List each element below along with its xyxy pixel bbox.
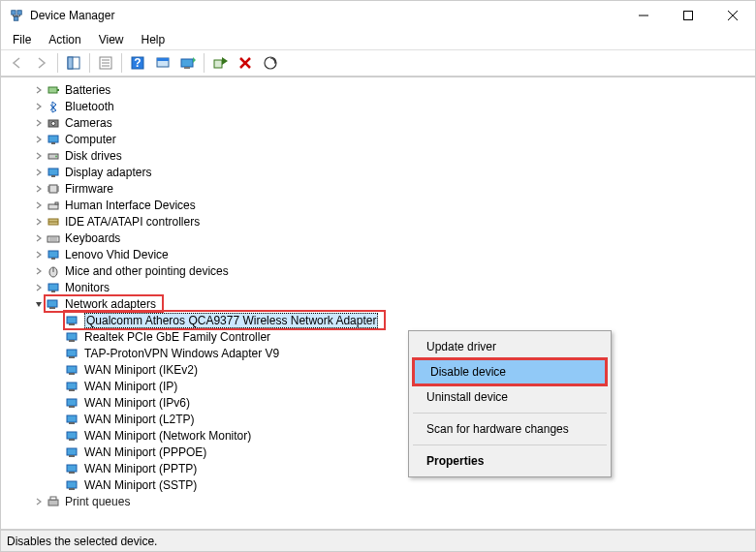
svg-rect-62	[69, 373, 75, 375]
computer-icon	[46, 247, 61, 262]
svg-rect-27	[48, 136, 58, 142]
tree-item[interactable]: Human Interface Devices	[32, 197, 755, 213]
context-menu: Update driver Disable device Uninstall d…	[408, 330, 612, 477]
svg-rect-47	[48, 251, 58, 258]
svg-rect-56	[69, 323, 75, 325]
svg-rect-66	[69, 406, 75, 408]
svg-rect-23	[48, 87, 57, 93]
tree-label: Bluetooth	[65, 100, 114, 113]
help-button[interactable]: ?	[126, 51, 149, 75]
svg-point-22	[265, 57, 276, 69]
display-icon	[46, 165, 61, 180]
chevron-right-icon[interactable]	[32, 495, 46, 508]
tree-item-network-child[interactable]: TAP-ProtonVPN Windows Adapter V9	[51, 345, 755, 361]
tree-item-network-child[interactable]: WAN Miniport (PPPOE)	[51, 444, 755, 460]
menu-help[interactable]: Help	[134, 31, 173, 48]
chevron-right-icon[interactable]	[32, 199, 46, 212]
svg-rect-71	[67, 448, 77, 455]
chevron-right-icon[interactable]	[32, 83, 46, 97]
toolbar-icon-1[interactable]	[151, 51, 174, 75]
svg-rect-40	[48, 204, 58, 209]
tree-item-network-child[interactable]: WAN Miniport (IPv6)	[51, 394, 755, 411]
context-scan-hardware[interactable]: Scan for hardware changes	[411, 417, 609, 441]
tree-label: Mice and other pointing devices	[65, 264, 229, 278]
tree-item-network-child[interactable]: WAN Miniport (PPTP)	[51, 460, 755, 476]
tree-item[interactable]: IDE ATA/ATAPI controllers	[32, 213, 755, 230]
update-driver-button[interactable]	[176, 51, 200, 75]
tree-item-network-child[interactable]: WAN Miniport (IP)	[51, 378, 755, 394]
chevron-right-icon[interactable]	[32, 281, 46, 294]
context-uninstall-device[interactable]: Uninstall device	[411, 385, 609, 409]
tree-label: WAN Miniport (PPPOE)	[84, 445, 206, 459]
chevron-right-icon[interactable]	[32, 100, 46, 113]
svg-rect-64	[69, 389, 75, 391]
tree-item-network-child[interactable]: WAN Miniport (Network Monitor)	[51, 427, 755, 444]
tree-item[interactable]: Mice and other pointing devices	[32, 262, 755, 279]
tree-item[interactable]: Batteries	[32, 81, 755, 98]
chevron-right-icon[interactable]	[32, 231, 46, 245]
tree-item[interactable]: Monitors	[32, 279, 755, 295]
maximize-button[interactable]	[666, 1, 710, 30]
menu-action[interactable]: Action	[41, 31, 88, 48]
svg-rect-16	[157, 58, 169, 61]
chevron-right-icon[interactable]	[32, 182, 46, 196]
context-update-driver[interactable]: Update driver	[411, 335, 609, 358]
tree-item[interactable]: Computer	[32, 131, 755, 147]
tree-label: Realtek PCIe GbE Family Controller	[84, 330, 270, 344]
chevron-right-icon[interactable]	[32, 149, 46, 163]
status-text: Disables the selected device.	[7, 535, 157, 548]
tree-label: WAN Miniport (IKEv2)	[84, 363, 198, 377]
tree-item[interactable]: Display adapters	[32, 164, 755, 180]
svg-rect-19	[214, 60, 222, 68]
tree-item-network-child[interactable]: WAN Miniport (SSTP)	[51, 476, 755, 493]
window-title: Device Manager	[30, 9, 621, 22]
tree-item[interactable]: Cameras	[32, 114, 755, 131]
scan-hardware-button[interactable]	[259, 51, 282, 75]
svg-rect-54	[49, 307, 55, 309]
enable-device-button[interactable]	[208, 51, 232, 75]
chevron-right-icon[interactable]	[32, 248, 46, 261]
minimize-button[interactable]	[621, 1, 666, 30]
tree-item-network-child[interactable]: WAN Miniport (L2TP)	[51, 411, 755, 427]
chevron-right-icon[interactable]	[32, 264, 46, 278]
camera-icon	[46, 115, 61, 131]
close-button[interactable]	[710, 1, 755, 30]
device-tree[interactable]: BatteriesBluetoothCamerasComputerDisk dr…	[1, 77, 755, 529]
svg-rect-68	[69, 422, 75, 424]
tree-label: Monitors	[65, 281, 110, 294]
ide-icon	[46, 214, 61, 230]
svg-rect-32	[51, 175, 55, 177]
tree-item[interactable]: Bluetooth	[32, 98, 755, 114]
hid-icon	[46, 198, 61, 213]
chevron-right-icon[interactable]	[32, 133, 46, 146]
context-properties[interactable]: Properties	[411, 449, 609, 473]
uninstall-device-button[interactable]	[234, 51, 257, 75]
toolbar: ?	[1, 49, 755, 77]
show-hide-console-button[interactable]	[62, 51, 85, 75]
tree-label: Computer	[65, 133, 116, 146]
properties-button[interactable]	[94, 51, 117, 75]
svg-rect-52	[51, 291, 55, 292]
tree-item-print-queues[interactable]: Print queues	[32, 493, 755, 509]
blank	[51, 462, 65, 475]
menu-view[interactable]: View	[91, 31, 132, 48]
tree-item[interactable]: Lenovo Vhid Device	[32, 246, 755, 262]
chevron-right-icon[interactable]	[32, 116, 46, 130]
tree-item-network-child[interactable]: Realtek PCIe GbE Family Controller	[51, 328, 755, 345]
tree-label: TAP-ProtonVPN Windows Adapter V9	[84, 347, 279, 360]
chevron-right-icon[interactable]	[32, 215, 46, 229]
tree-item-network-child[interactable]: WAN Miniport (IKEv2)	[51, 361, 755, 378]
tree-item[interactable]: Keyboards	[32, 230, 755, 246]
blank	[51, 445, 65, 459]
tree-label: WAN Miniport (IPv6)	[84, 396, 190, 410]
svg-rect-60	[69, 356, 75, 358]
tree-label: Print queues	[65, 495, 130, 508]
context-disable-device[interactable]: Disable device	[415, 360, 605, 383]
tree-item[interactable]: Firmware	[32, 180, 755, 197]
chevron-right-icon[interactable]	[32, 166, 46, 179]
svg-rect-48	[51, 258, 55, 260]
tree-item[interactable]: Disk drives	[32, 147, 755, 164]
menu-file[interactable]: File	[5, 31, 39, 48]
tree-item-network-child[interactable]: Qualcomm Atheros QCA9377 Wireless Networ…	[51, 312, 755, 328]
svg-rect-31	[48, 169, 58, 175]
